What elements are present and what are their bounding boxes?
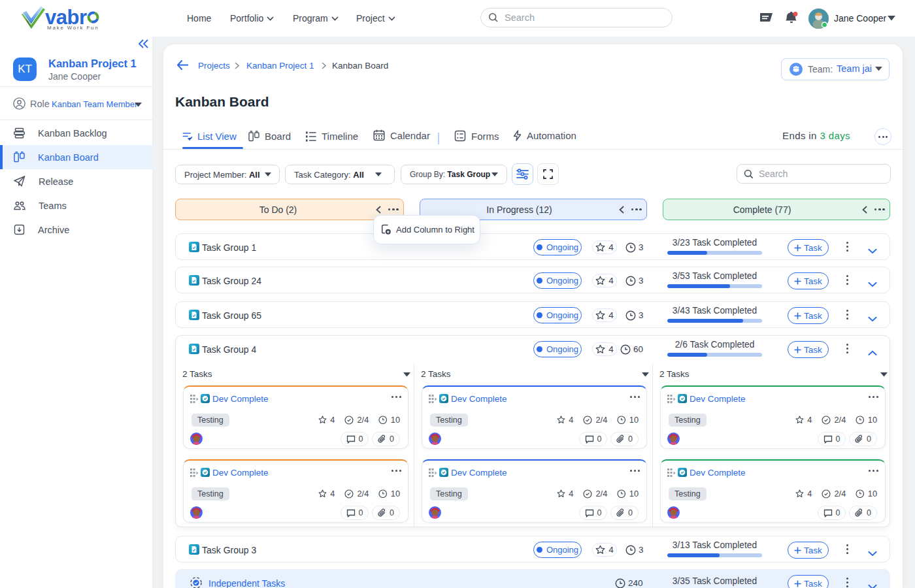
svg-text:Make Work Fun: Make Work Fun [47,25,99,31]
